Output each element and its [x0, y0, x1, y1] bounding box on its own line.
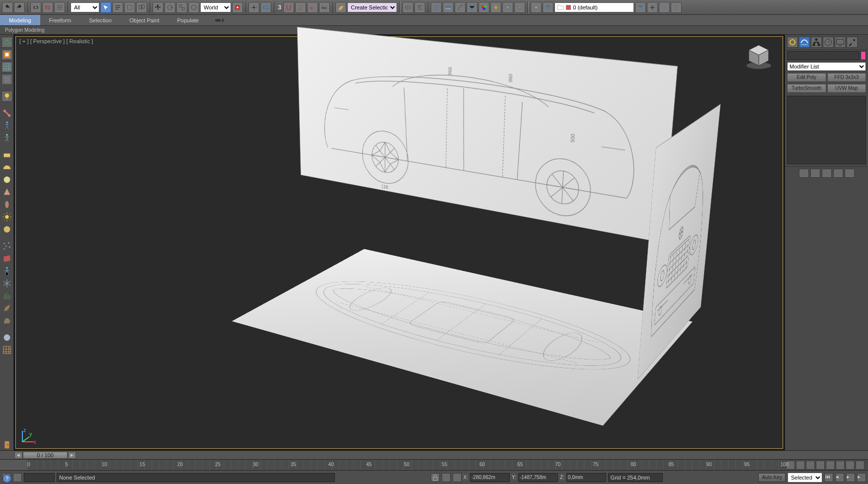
a360-icon[interactable] — [531, 2, 542, 13]
plane-icon[interactable] — [1, 149, 12, 160]
placement-icon[interactable] — [188, 2, 199, 13]
z-coord-input[interactable] — [566, 473, 606, 482]
viewport-perspective[interactable]: [ + ] [ Perspective ] [ Realistic ] — [14, 35, 785, 450]
particles-icon[interactable] — [1, 241, 12, 252]
move-icon[interactable] — [153, 2, 163, 13]
goto-start-icon[interactable]: ⏮ — [824, 473, 833, 482]
rotate-icon[interactable] — [164, 2, 175, 13]
next-key-icon[interactable]: ▸ — [857, 473, 866, 482]
material-editor-icon[interactable] — [478, 2, 489, 13]
help-icon[interactable]: ? — [2, 474, 11, 483]
show-end-result-icon[interactable] — [810, 169, 820, 178]
select-by-name-icon[interactable] — [112, 2, 123, 13]
prev-frame-icon[interactable]: ◂ — [14, 452, 22, 459]
layer-add-icon[interactable] — [647, 2, 658, 13]
render-icon[interactable] — [514, 2, 525, 13]
ref-coord-select[interactable]: World — [200, 2, 231, 12]
halfsphere-icon[interactable] — [1, 162, 12, 173]
pivot-center-icon[interactable] — [232, 2, 243, 13]
sphere1-icon[interactable] — [1, 174, 12, 185]
viewcube-icon[interactable] — [742, 40, 775, 73]
modifier-stack[interactable] — [787, 96, 866, 164]
frost-icon[interactable] — [1, 278, 12, 289]
spindle-icon[interactable] — [1, 199, 12, 210]
modifier-turbosmooth-button[interactable]: TurboSmooth — [787, 84, 826, 93]
rect-select-icon[interactable] — [124, 2, 135, 13]
biped-icon[interactable] — [1, 120, 12, 131]
prev-key-icon[interactable]: ◂ — [835, 473, 844, 482]
keyboard-shortcut-icon[interactable] — [260, 2, 271, 13]
modifier-editpoly-button[interactable]: Edit Poly — [787, 73, 826, 82]
trackbar-toggle[interactable] — [0, 460, 29, 470]
play-icon[interactable]: ▸ — [846, 473, 855, 482]
layer-explorer-icon[interactable] — [431, 2, 442, 13]
bone2-icon[interactable] — [1, 133, 12, 143]
layer-dropdown[interactable]: 0 (default) — [554, 2, 634, 12]
modifier-list-select[interactable]: Modifier List — [787, 62, 866, 71]
undo-icon[interactable] — [2, 2, 13, 13]
isolate-icon[interactable] — [442, 473, 451, 482]
align-icon[interactable] — [414, 2, 425, 13]
keymode-select[interactable]: Selected — [788, 473, 822, 483]
script-input[interactable] — [24, 473, 55, 482]
select-object-icon[interactable] — [100, 2, 111, 13]
edit-named-sel-icon[interactable] — [335, 2, 346, 13]
configure-sets-icon[interactable] — [845, 169, 855, 178]
display-panel-icon[interactable] — [835, 37, 846, 48]
sphere2-icon[interactable] — [1, 224, 12, 235]
bone-icon[interactable] — [1, 108, 12, 119]
teapot-icon[interactable] — [1, 37, 12, 48]
tab-modeling[interactable]: Modeling — [0, 15, 40, 25]
autokey-button[interactable]: Auto Key — [758, 473, 786, 482]
cloth-icon[interactable] — [1, 253, 12, 264]
nav-3-icon[interactable] — [806, 461, 815, 470]
nav-5-icon[interactable] — [826, 461, 835, 470]
create-panel-icon[interactable] — [787, 37, 798, 48]
layer-new-icon[interactable] — [635, 2, 646, 13]
next-frame-icon[interactable]: ▸ — [68, 452, 76, 459]
scale-icon[interactable] — [176, 2, 187, 13]
x-coord-input[interactable] — [470, 473, 510, 482]
render-setup-icon[interactable] — [490, 2, 501, 13]
figure-icon[interactable] — [1, 266, 12, 277]
named-selection-select[interactable]: Create Selection Se — [347, 2, 397, 12]
table-icon[interactable] — [1, 345, 12, 355]
sun-icon[interactable] — [1, 211, 12, 222]
redo-icon[interactable] — [14, 2, 25, 13]
selection-filter-select[interactable]: All — [71, 2, 99, 12]
spinner-snap-icon[interactable]: Asc — [319, 2, 330, 13]
link-icon[interactable] — [30, 2, 41, 13]
snap-toggle-icon[interactable] — [283, 2, 294, 13]
percent-snap-icon[interactable]: % — [307, 2, 318, 13]
light-icon[interactable] — [1, 91, 12, 102]
nav-8-icon[interactable] — [856, 461, 865, 470]
autogrid-icon[interactable] — [1, 49, 12, 60]
leaf-icon[interactable] — [1, 303, 12, 314]
rock-icon[interactable] — [1, 315, 12, 326]
tab-selection[interactable]: Selection — [80, 15, 120, 25]
nav-6-icon[interactable] — [836, 461, 845, 470]
nav-7-icon[interactable] — [846, 461, 855, 470]
tab-freeform[interactable]: Freeform — [40, 15, 80, 25]
motion-panel-icon[interactable] — [823, 37, 834, 48]
lock-selection-icon[interactable] — [431, 473, 440, 482]
unlink-icon[interactable] — [42, 2, 53, 13]
selection-lock-icon[interactable] — [453, 473, 462, 482]
modifier-ffd-button[interactable]: FFD 3x3x3 — [827, 73, 867, 82]
make-unique-icon[interactable] — [822, 169, 832, 178]
modifier-uvwmap-button[interactable]: UVW Map — [827, 84, 867, 93]
time-slider[interactable]: ◂ 0 / 100 ▸ — [0, 450, 868, 459]
layer-props-icon[interactable] — [671, 2, 682, 13]
cone-icon[interactable] — [1, 187, 12, 198]
time-slider-handle[interactable]: 0 / 100 — [23, 452, 68, 459]
angle-snap-icon[interactable] — [295, 2, 306, 13]
pin-stack-icon[interactable] — [799, 169, 809, 178]
ribbon-pin-icon[interactable] — [212, 15, 228, 25]
grid-icon[interactable] — [1, 62, 12, 72]
manipulate-icon[interactable] — [248, 2, 259, 13]
window-crossing-icon[interactable] — [136, 2, 147, 13]
track-bar[interactable]: 0510152025303540455055606570758085909510… — [0, 459, 868, 470]
list-icon[interactable] — [1, 74, 12, 85]
modify-panel-icon[interactable] — [799, 37, 810, 48]
object-color-swatch[interactable] — [861, 51, 866, 60]
